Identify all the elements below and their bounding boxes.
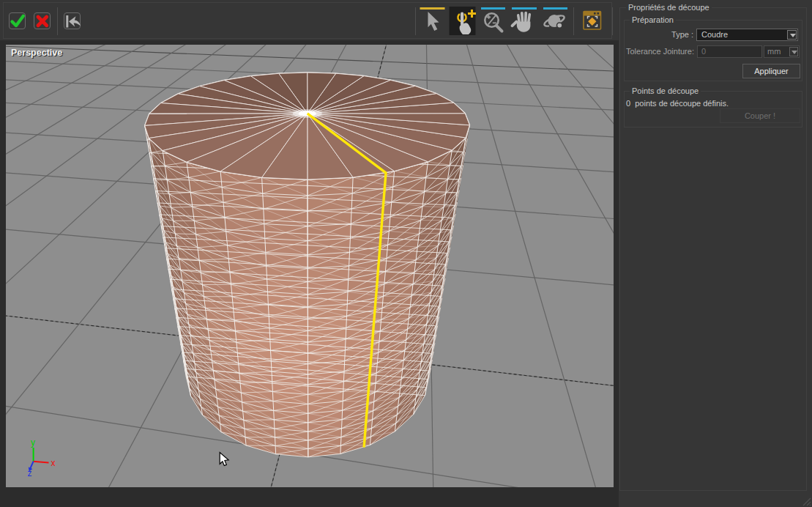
svg-text:x: x [51, 458, 56, 468]
svg-text:y: y [31, 437, 35, 448]
svg-text:Perspective: Perspective [11, 48, 62, 58]
svg-text:z: z [28, 468, 32, 478]
